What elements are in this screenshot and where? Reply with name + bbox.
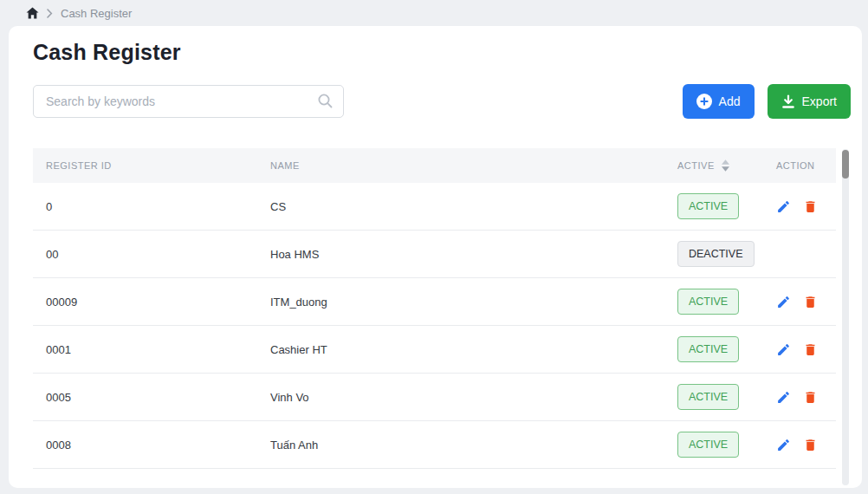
page-title: Cash Register bbox=[9, 26, 862, 65]
table-row: 0001 Cashier HT ACTIVE bbox=[33, 326, 836, 374]
cell-register-id: 0 bbox=[46, 200, 270, 213]
cell-action bbox=[776, 295, 836, 309]
cell-active: ACTIVE bbox=[677, 384, 776, 410]
status-badge[interactable]: ACTIVE bbox=[677, 289, 739, 315]
delete-trash-icon[interactable] bbox=[803, 199, 818, 214]
chevron-right-icon bbox=[47, 9, 53, 18]
cell-register-id: 0001 bbox=[46, 343, 270, 356]
cell-active: ACTIVE bbox=[677, 432, 776, 458]
cell-action bbox=[776, 390, 836, 405]
cell-name: ITM_duong bbox=[270, 296, 677, 309]
table-row: 00 Hoa HMS DEACTIVE bbox=[33, 231, 836, 278]
button-group: Add Export bbox=[683, 84, 851, 119]
header-name: NAME bbox=[270, 160, 677, 171]
status-badge[interactable]: ACTIVE bbox=[677, 384, 739, 410]
plus-circle-icon bbox=[696, 94, 712, 109]
cell-active: ACTIVE bbox=[677, 336, 776, 362]
cell-name: Tuấn Anh bbox=[270, 439, 677, 452]
edit-pencil-icon[interactable] bbox=[776, 390, 791, 405]
cell-active: ACTIVE bbox=[677, 193, 776, 219]
sort-icon[interactable] bbox=[722, 159, 729, 172]
delete-trash-icon[interactable] bbox=[803, 295, 818, 309]
table-row: 00009 ITM_duong ACTIVE bbox=[33, 278, 836, 326]
search-input[interactable] bbox=[33, 85, 344, 118]
breadcrumb: Cash Register bbox=[0, 0, 868, 26]
breadcrumb-current: Cash Register bbox=[61, 7, 132, 20]
cell-active: DEACTIVE bbox=[677, 241, 776, 267]
header-active-label: ACTIVE bbox=[677, 160, 715, 171]
table-row: 0008 Tuấn Anh ACTIVE bbox=[33, 421, 836, 469]
cell-register-id: 0005 bbox=[46, 391, 270, 404]
main-card: Cash Register Add bbox=[9, 26, 862, 488]
add-button-label: Add bbox=[719, 94, 741, 108]
search-wrap bbox=[33, 85, 344, 118]
table-header: REGISTER ID NAME ACTIVE ACTION bbox=[33, 148, 836, 183]
header-active[interactable]: ACTIVE bbox=[677, 159, 776, 172]
home-icon[interactable] bbox=[26, 7, 39, 19]
status-badge[interactable]: DEACTIVE bbox=[677, 241, 755, 267]
download-icon bbox=[781, 94, 795, 109]
toolbar: Add Export bbox=[33, 84, 851, 119]
cell-name: Cashier HT bbox=[270, 343, 677, 356]
table-scrollbar-thumb[interactable] bbox=[842, 150, 849, 179]
add-button[interactable]: Add bbox=[683, 84, 755, 119]
edit-pencil-icon[interactable] bbox=[776, 438, 791, 452]
table-row: 0005 Vinh Vo ACTIVE bbox=[33, 374, 836, 421]
cell-register-id: 0008 bbox=[46, 439, 270, 452]
edit-pencil-icon[interactable] bbox=[776, 342, 791, 357]
cell-register-id: 00009 bbox=[46, 296, 270, 309]
cell-name: Vinh Vo bbox=[270, 391, 677, 404]
header-action: ACTION bbox=[776, 160, 836, 171]
delete-trash-icon[interactable] bbox=[803, 390, 818, 405]
header-register-id: REGISTER ID bbox=[46, 160, 270, 171]
cell-active: ACTIVE bbox=[677, 289, 776, 315]
cell-name: Hoa HMS bbox=[270, 248, 677, 261]
cell-action bbox=[776, 342, 836, 357]
delete-trash-icon[interactable] bbox=[803, 438, 818, 452]
table-row: 0 CS ACTIVE bbox=[33, 183, 836, 231]
edit-pencil-icon[interactable] bbox=[776, 295, 791, 309]
status-badge[interactable]: ACTIVE bbox=[677, 336, 739, 362]
export-button-label: Export bbox=[802, 94, 837, 108]
edit-pencil-icon[interactable] bbox=[776, 199, 791, 214]
export-button[interactable]: Export bbox=[768, 84, 851, 119]
status-badge[interactable]: ACTIVE bbox=[677, 432, 739, 458]
table-body: 0 CS ACTIVE 00 Hoa HMS DEACTIVE 00009 bbox=[33, 183, 836, 469]
cell-register-id: 00 bbox=[46, 248, 270, 261]
cell-name: CS bbox=[270, 200, 677, 213]
register-table: REGISTER ID NAME ACTIVE ACTION 0 CS ACTI… bbox=[33, 148, 836, 469]
delete-trash-icon[interactable] bbox=[803, 342, 818, 357]
search-icon bbox=[317, 93, 334, 113]
status-badge[interactable]: ACTIVE bbox=[677, 193, 739, 219]
cell-action bbox=[776, 438, 836, 452]
table-scrollbar-track[interactable] bbox=[842, 149, 849, 485]
cell-action bbox=[776, 199, 836, 214]
